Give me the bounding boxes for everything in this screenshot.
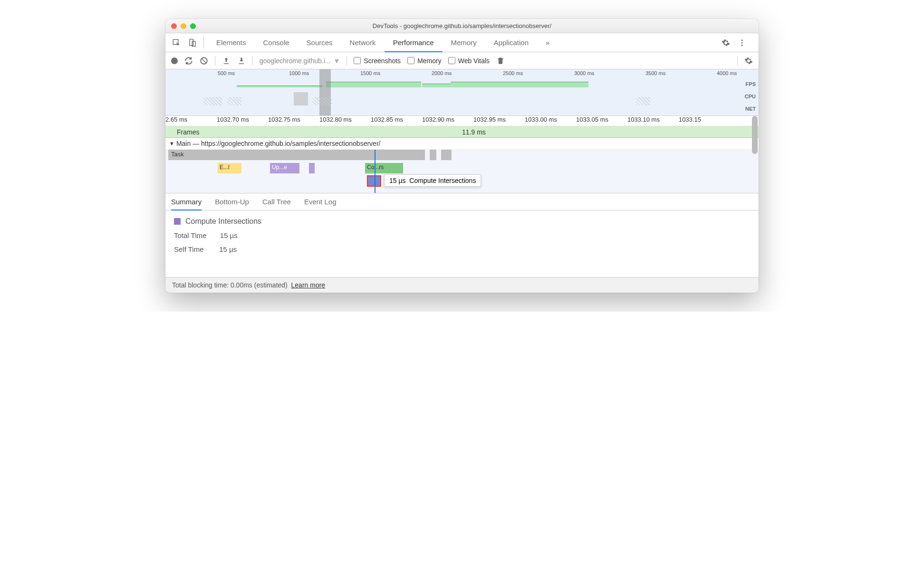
frames-value: 11.9 ms (462, 128, 486, 136)
tab-performance[interactable]: Performance (385, 33, 443, 52)
overview-ruler: 500 ms 1000 ms 1500 ms 2000 ms 2500 ms 3… (165, 69, 759, 77)
tab-application[interactable]: Application (485, 33, 537, 52)
tab-event-log[interactable]: Event Log (304, 194, 337, 210)
record-button[interactable] (171, 57, 178, 64)
total-time-value: 15 µs (220, 231, 238, 239)
close-icon[interactable] (171, 23, 177, 29)
flame-event[interactable]: E...l (218, 163, 241, 173)
self-time-label: Self Time (174, 245, 204, 253)
flame-event[interactable] (309, 163, 315, 173)
tab-call-tree[interactable]: Call Tree (262, 194, 291, 210)
reload-icon[interactable] (184, 57, 193, 65)
kebab-icon[interactable] (737, 38, 747, 48)
tab-console[interactable]: Console (255, 33, 298, 52)
total-time-label: Total Time (174, 231, 206, 239)
tab-network[interactable]: Network (341, 33, 385, 52)
devtools-window: DevTools - googlechrome.github.io/sample… (165, 19, 759, 293)
tab-more[interactable]: » (537, 33, 558, 52)
minimize-icon[interactable] (181, 23, 186, 29)
main-tabs: Elements Console Sources Network Perform… (165, 33, 759, 52)
device-icon[interactable] (187, 38, 198, 48)
playhead[interactable] (375, 150, 375, 193)
footer: Total blocking time: 0.00ms (estimated) … (165, 277, 759, 293)
download-icon[interactable] (237, 57, 246, 65)
webvitals-checkbox[interactable]: Web Vitals (448, 57, 490, 65)
detail-ruler: 2.65 ms1032.70 ms1032.75 ms1032.80 ms103… (165, 116, 759, 126)
blocking-time: Total blocking time: 0.00ms (estimated) (172, 281, 288, 289)
screenshots-checkbox[interactable]: Screenshots (354, 57, 401, 65)
frames-track[interactable]: Frames 11.9 ms (165, 126, 759, 138)
cpu-track (165, 91, 744, 105)
maximize-icon[interactable] (190, 23, 196, 29)
summary-panel: Compute Intersections Total Time 15 µs S… (165, 210, 759, 277)
flame-chart[interactable]: Task E...l Up...e Co...rs 15 µs Compute … (165, 150, 759, 193)
traffic-lights (171, 23, 196, 29)
tab-bottom-up[interactable]: Bottom-Up (215, 194, 249, 210)
window-title: DevTools - googlechrome.github.io/sample… (165, 22, 759, 29)
event-name: Compute Intersections (185, 217, 261, 226)
trash-icon[interactable] (496, 57, 505, 65)
svg-point-3 (741, 39, 743, 41)
detail-tabs: Summary Bottom-Up Call Tree Event Log (165, 193, 759, 210)
overview-labels: FPS CPU NET (745, 78, 756, 115)
settings-icon[interactable] (744, 57, 753, 65)
frames-label: Frames (165, 128, 199, 136)
svg-rect-1 (190, 39, 193, 46)
tooltip-name: Compute Intersections (409, 177, 476, 184)
flame-task-fragment[interactable] (430, 150, 436, 160)
selected-event[interactable] (367, 175, 381, 187)
flame-task-fragment[interactable] (441, 150, 452, 160)
svg-point-4 (741, 42, 743, 43)
upload-icon[interactable] (222, 57, 231, 65)
titlebar[interactable]: DevTools - googlechrome.github.io/sample… (165, 19, 759, 33)
perf-toolbar: googlechrome.github.i... ▼ Screenshots M… (165, 52, 759, 69)
flame-task[interactable]: Task (168, 150, 425, 160)
learn-more-link[interactable]: Learn more (291, 281, 326, 289)
tab-sources[interactable]: Sources (298, 33, 341, 52)
event-tooltip: 15 µs Compute Intersections (384, 174, 481, 187)
url-selector[interactable]: googlechrome.github.i... ▼ (260, 57, 340, 65)
scrollbar[interactable] (752, 116, 758, 154)
svg-point-5 (741, 44, 743, 46)
overview-panel[interactable]: 500 ms 1000 ms 1500 ms 2000 ms 2500 ms 3… (165, 69, 759, 116)
flame-event[interactable]: Co...rs (365, 163, 403, 173)
fps-track (165, 78, 744, 90)
tab-memory[interactable]: Memory (443, 33, 485, 52)
color-swatch (174, 218, 181, 225)
main-thread-label: Main — https://googlechrome.github.io/sa… (176, 140, 381, 147)
memory-checkbox[interactable]: Memory (407, 57, 442, 65)
tooltip-duration: 15 µs (389, 177, 406, 184)
chevron-down-icon: ▼ (169, 141, 174, 146)
tab-summary[interactable]: Summary (171, 194, 202, 210)
inspect-icon[interactable] (171, 38, 182, 48)
flame-event[interactable]: Up...e (270, 163, 299, 173)
clear-icon[interactable] (200, 57, 208, 65)
gear-icon[interactable] (721, 38, 731, 48)
main-thread-header[interactable]: ▼ Main — https://googlechrome.github.io/… (165, 138, 759, 150)
tab-elements[interactable]: Elements (208, 33, 255, 52)
flamechart-area: 2.65 ms1032.70 ms1032.75 ms1032.80 ms103… (165, 116, 759, 193)
self-time-value: 15 µs (219, 245, 237, 253)
